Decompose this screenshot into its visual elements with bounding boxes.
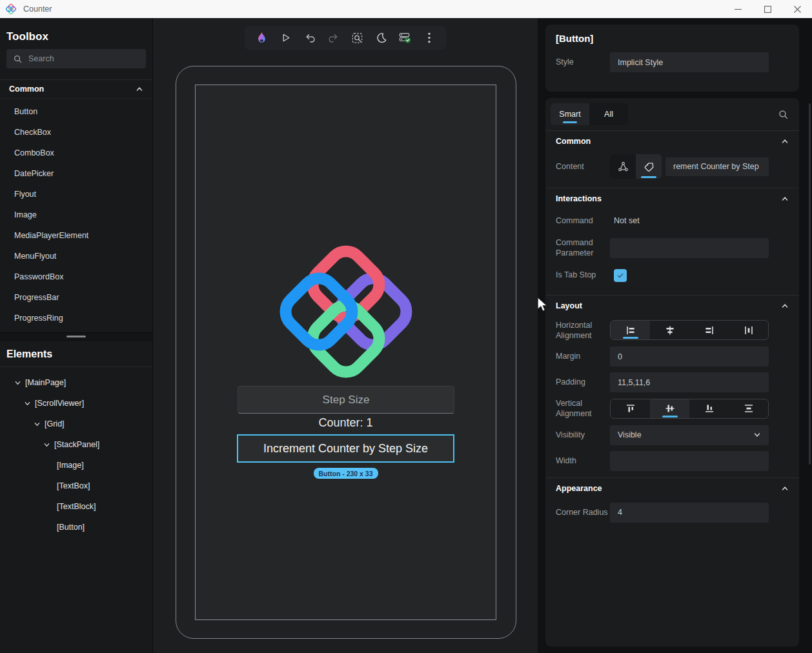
designer-toolbar	[245, 26, 447, 50]
tree-item[interactable]: [Button]	[0, 517, 152, 537]
toolbox-item[interactable]: ProgressRing	[0, 308, 152, 328]
selection-size-badge: Button - 230 x 33	[313, 468, 378, 479]
toolbox-title: Toolbox	[0, 18, 152, 43]
align-left-button[interactable]	[611, 321, 650, 339]
toolbox-item[interactable]: ComboBox	[0, 143, 152, 163]
vertical-alignment-group	[610, 399, 769, 419]
tab[interactable]: Smart	[551, 103, 589, 125]
is-tab-stop-checkbox[interactable]	[614, 269, 627, 282]
align-center-vertical-button[interactable]	[650, 399, 689, 418]
chevron-down-icon	[43, 441, 50, 448]
tab[interactable]: All	[589, 103, 628, 125]
align-stretch-vertical-icon	[744, 403, 754, 414]
device-frame: Step Size Counter: 1 Increment Counter b…	[176, 66, 516, 639]
is-tab-stop-row: Is Tab Stop	[545, 269, 799, 282]
align-left-icon	[625, 325, 636, 336]
align-stretch-horizontal-button[interactable]	[729, 321, 768, 339]
toolbox-search-input[interactable]: Search	[6, 49, 146, 68]
more-options-icon[interactable]	[421, 30, 438, 46]
content-input[interactable]: rement Counter by Step Size	[665, 157, 769, 176]
toolbox-item[interactable]: CheckBox	[0, 122, 152, 143]
visibility-row: Visibility Visible	[545, 425, 799, 445]
inspect-element-icon[interactable]	[349, 30, 366, 46]
toolbox-search-placeholder: Search	[28, 54, 54, 63]
tree-item-label: [TextBlock]	[57, 502, 96, 511]
hot-reload-flame-icon[interactable]	[254, 30, 270, 46]
section-appearance[interactable]: Appearance	[545, 479, 799, 497]
maximize-button[interactable]	[753, 0, 782, 18]
minimize-button[interactable]	[723, 0, 753, 18]
toolbox-item[interactable]: MediaPlayerElement	[0, 225, 152, 246]
connection-ok-icon[interactable]	[397, 30, 414, 46]
tree-item-label: [ScrollViewer]	[35, 399, 84, 408]
tree-item[interactable]: [TextBlock]	[0, 496, 152, 517]
theme-moon-icon[interactable]	[373, 30, 390, 46]
corner-radius-input[interactable]: 4	[610, 503, 769, 523]
chevron-up-icon	[781, 137, 789, 145]
toolbox-item[interactable]: Flyout	[0, 184, 152, 205]
tree-item[interactable]: [ScrollViewer]	[0, 393, 152, 414]
command-label: Command	[556, 216, 610, 226]
align-stretch-vertical-button[interactable]	[729, 399, 768, 418]
command-parameter-input[interactable]	[610, 238, 769, 258]
align-stretch-horizontal-icon	[744, 325, 754, 336]
divider	[545, 188, 799, 188]
play-icon[interactable]	[278, 30, 294, 46]
chevron-down-icon	[24, 400, 31, 407]
title-bar: Counter	[0, 0, 812, 18]
toolbox-item[interactable]: Image	[0, 205, 152, 225]
horizontal-alignment-label: Horizontal Alignment	[556, 320, 610, 341]
toolbox-item[interactable]: DatePicker	[0, 163, 152, 184]
step-size-textbox[interactable]: Step Size	[238, 386, 454, 414]
undo-icon[interactable]	[301, 30, 318, 46]
section-layout[interactable]: Layout	[545, 297, 799, 315]
style-input[interactable]: Implicit Style	[610, 52, 769, 72]
check-icon	[616, 272, 624, 279]
increment-button[interactable]: Increment Counter by Step Size	[237, 434, 454, 463]
corner-radius-label: Corner Radius	[556, 507, 610, 517]
tree-item[interactable]: [StackPanel]	[0, 434, 152, 455]
panel-splitter[interactable]	[0, 332, 152, 341]
tree-item-label: [Grid]	[45, 419, 65, 428]
properties-search-icon[interactable]	[778, 109, 789, 120]
design-canvas: Step Size Counter: 1 Increment Counter b…	[153, 18, 538, 653]
align-right-button[interactable]	[689, 321, 729, 339]
command-value[interactable]: Not set	[614, 216, 640, 225]
align-top-button[interactable]	[611, 399, 650, 418]
padding-input[interactable]: 11,5,11,6	[610, 372, 769, 392]
tree-item[interactable]: [TextBox]	[0, 476, 152, 496]
vertical-alignment-row: Vertical Alignment	[545, 398, 799, 419]
step-size-placeholder: Step Size	[323, 394, 370, 407]
align-center-vertical-icon	[665, 403, 675, 414]
toolbox-items: ButtonCheckBoxComboBoxDatePickerFlyoutIm…	[0, 99, 152, 328]
align-center-horizontal-button[interactable]	[650, 321, 689, 339]
chevron-up-icon	[136, 85, 143, 93]
elements-title: Elements	[0, 341, 152, 367]
app-logo	[272, 237, 420, 386]
align-top-icon	[625, 403, 636, 414]
command-row: Command Not set	[545, 213, 799, 228]
redo-icon[interactable]	[325, 30, 342, 46]
chevron-down-icon	[14, 379, 21, 387]
toolbox-item[interactable]: MenuFlyout	[0, 246, 152, 266]
toolbox-item[interactable]: Button	[0, 101, 152, 122]
toolbox-item[interactable]: PasswordBox	[0, 266, 152, 287]
divider	[545, 477, 799, 478]
close-button[interactable]	[782, 0, 812, 18]
content-binding-mode-button[interactable]	[610, 154, 636, 179]
mouse-cursor	[536, 297, 549, 312]
content-literal-mode-button[interactable]	[636, 154, 662, 179]
width-input[interactable]	[610, 451, 769, 471]
margin-row: Margin 0	[545, 347, 799, 367]
section-interactions[interactable]: Interactions	[545, 190, 799, 208]
visibility-select[interactable]: Visible	[610, 425, 769, 445]
section-common[interactable]: Common	[545, 132, 799, 150]
toolbox-item[interactable]: ProgressBar	[0, 287, 152, 308]
align-bottom-button[interactable]	[689, 399, 729, 418]
margin-input[interactable]: 0	[610, 347, 769, 367]
toolbox-section-common[interactable]: Common	[0, 79, 152, 99]
scrollbar[interactable]	[809, 103, 811, 465]
tree-item[interactable]: [MainPage]	[0, 372, 152, 393]
tree-item[interactable]: [Image]	[0, 455, 152, 476]
tree-item[interactable]: [Grid]	[0, 414, 152, 434]
